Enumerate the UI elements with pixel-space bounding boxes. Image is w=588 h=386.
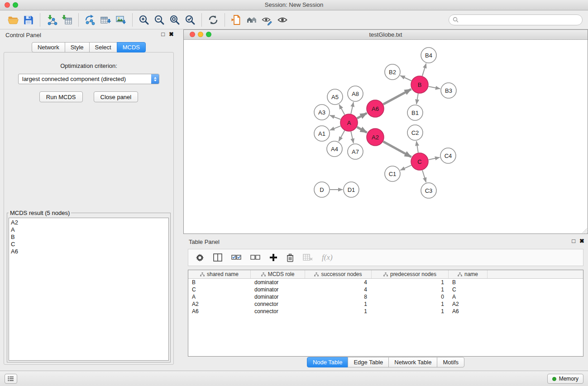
close-table-panel-button[interactable]: ✖ (579, 238, 584, 244)
graph-edge-C-C2[interactable] (416, 141, 418, 152)
export-image-button[interactable] (113, 12, 129, 28)
table-row[interactable]: Adominator80A (188, 293, 583, 300)
float-table-panel-button[interactable]: □ (572, 238, 575, 244)
zoom-in-button[interactable] (136, 12, 152, 28)
control-panel-tabs: NetworkStyleSelectMCDS (0, 42, 177, 52)
eye-button[interactable] (275, 12, 290, 28)
houses-button[interactable] (244, 12, 259, 28)
export-network-button[interactable] (82, 12, 98, 28)
result-item[interactable]: A (11, 226, 167, 234)
tab-network[interactable]: Network (32, 42, 65, 52)
close-panel-button[interactable]: ✖ (169, 31, 174, 38)
float-panel-button[interactable]: □ (161, 31, 165, 38)
graph-node-A7[interactable]: A7 (348, 144, 363, 159)
graph-edge-B-B1[interactable] (416, 94, 418, 105)
tab-edge-table[interactable]: Edge Table (348, 357, 389, 367)
graph-node-B2[interactable]: B2 (385, 64, 400, 80)
graph-node-C3[interactable]: C3 (421, 183, 436, 198)
graph-edge-A-A5[interactable] (339, 105, 344, 115)
memory-button[interactable]: Memory (547, 374, 583, 384)
select-all-button[interactable] (231, 254, 241, 261)
result-item[interactable]: C (11, 241, 167, 248)
graph-edge-C-C1[interactable] (400, 165, 411, 170)
graph-node-A[interactable]: A (340, 114, 358, 131)
graph-edge-A-A7[interactable] (351, 132, 354, 143)
tab-node-table[interactable]: Node Table (307, 357, 349, 367)
graph-edge-A-A2[interactable] (357, 127, 367, 133)
table-settings-button[interactable] (196, 253, 204, 262)
eye-pen-button[interactable] (259, 12, 275, 28)
graph-edge-B-B4[interactable] (422, 63, 426, 76)
graph-edge-A-A1[interactable] (330, 126, 341, 130)
show-columns-button[interactable] (213, 253, 222, 262)
graph-node-A2[interactable]: A2 (367, 129, 384, 146)
column-header-predecessor-nodes[interactable]: predecessor nodes (372, 270, 449, 278)
add-column-button[interactable] (269, 253, 277, 262)
column-header-shared-name[interactable]: shared name (188, 270, 251, 278)
graph-node-A3[interactable]: A3 (314, 105, 330, 120)
graph-node-C4[interactable]: C4 (440, 148, 456, 163)
zoom-out-button[interactable] (152, 12, 167, 28)
run-mcds-button[interactable]: Run MCDS (39, 91, 83, 102)
graph-node-D1[interactable]: D1 (344, 182, 359, 197)
zoom-selected-button[interactable] (182, 12, 198, 28)
deselect-all-button[interactable] (250, 254, 260, 261)
graph-edge-A-A6[interactable] (357, 113, 367, 119)
resize-grip[interactable] (582, 228, 587, 233)
delete-column-button[interactable] (287, 253, 294, 262)
criterion-dropdown[interactable]: largest connected component (directed) (18, 74, 159, 84)
graph-node-C[interactable]: C (411, 153, 428, 170)
result-item[interactable]: B (11, 234, 167, 241)
graph-node-B[interactable]: B (411, 76, 428, 93)
network-canvas[interactable]: B4B2BB3B1A5A8A6A3AA1A2C2A4A7C4CC1C3DD1 (184, 40, 588, 234)
column-header-name[interactable]: name (449, 270, 488, 278)
result-item[interactable]: A6 (11, 248, 167, 255)
graph-node-C1[interactable]: C1 (385, 166, 400, 181)
graph-node-A5[interactable]: A5 (327, 89, 343, 105)
import-table-button[interactable] (59, 12, 75, 28)
graph-node-B1[interactable]: B1 (407, 105, 423, 120)
zoom-fit-button[interactable] (167, 12, 182, 28)
import-network-button[interactable] (44, 12, 59, 28)
tab-motifs[interactable]: Motifs (437, 357, 464, 367)
optimization-criterion-label: Optimization criterion: (4, 62, 173, 69)
graph-edge-C-C4[interactable] (429, 157, 440, 160)
result-item[interactable]: A2 (11, 219, 167, 226)
tab-style[interactable]: Style (65, 42, 90, 52)
graph-node-A1[interactable]: A1 (314, 126, 330, 141)
graph-edge-C-C3[interactable] (422, 170, 426, 182)
graph-node-D[interactable]: D (314, 182, 330, 197)
graph-node-A6[interactable]: A6 (367, 100, 384, 117)
table-row[interactable]: A2connector11A2 (188, 300, 583, 308)
tab-mcds[interactable]: MCDS (117, 42, 146, 52)
graph-edge-B-B3[interactable] (429, 86, 440, 89)
graph-node-B4[interactable]: B4 (421, 48, 436, 63)
graph-edge-A2-C[interactable] (383, 142, 411, 157)
save-session-button[interactable] (21, 12, 36, 28)
table-row[interactable]: Bdominator41B (188, 279, 583, 286)
table-row[interactable]: A6connector11A6 (188, 308, 583, 315)
refresh-layout-button[interactable] (206, 12, 221, 28)
graph-node-B3[interactable]: B3 (441, 83, 456, 98)
column-header-successor-nodes[interactable]: successor nodes (305, 270, 372, 278)
document-icon (230, 14, 242, 26)
control-panel-title: Control Panel (5, 32, 41, 38)
graph-edge-B-B2[interactable] (400, 76, 411, 81)
tab-select[interactable]: Select (89, 42, 117, 52)
graph-node-C2[interactable]: C2 (407, 125, 423, 140)
export-table-button[interactable] (98, 12, 113, 28)
tab-network-table[interactable]: Network Table (388, 357, 437, 367)
graph-edge-A6-B[interactable] (383, 89, 411, 105)
graph-node-A8[interactable]: A8 (348, 86, 363, 101)
table-row[interactable]: Cdominator41C (188, 286, 583, 293)
task-history-button[interactable] (5, 374, 17, 384)
close-panel-action-button[interactable]: Close panel (94, 91, 139, 102)
column-header-MCDS-role[interactable]: MCDS role (251, 270, 305, 278)
network-document-button[interactable] (229, 12, 244, 28)
graph-edge-A-A3[interactable] (330, 115, 341, 119)
search-input[interactable] (461, 16, 578, 24)
graph-edge-A-A4[interactable] (339, 131, 344, 142)
open-file-button[interactable] (5, 12, 21, 28)
graph-node-A4[interactable]: A4 (327, 141, 342, 157)
graph-edge-A-A8[interactable] (351, 102, 354, 114)
